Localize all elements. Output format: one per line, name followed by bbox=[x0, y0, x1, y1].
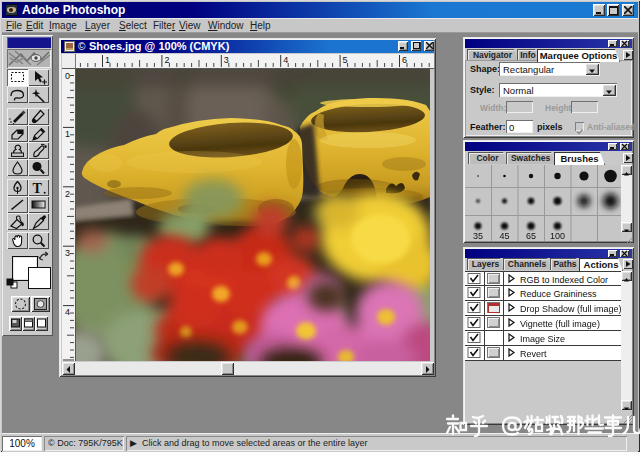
svg-text:3: 3 bbox=[65, 248, 70, 258]
svg-text:65: 65 bbox=[526, 231, 536, 241]
svg-text:6: 6 bbox=[402, 55, 407, 65]
svg-text:0: 0 bbox=[65, 71, 70, 81]
svg-text:2: 2 bbox=[164, 55, 169, 65]
svg-text:35: 35 bbox=[473, 231, 483, 241]
svg-text:2: 2 bbox=[65, 189, 70, 199]
svg-text:4: 4 bbox=[65, 307, 70, 317]
svg-text:5: 5 bbox=[343, 55, 348, 65]
svg-text:100: 100 bbox=[550, 231, 565, 241]
svg-text:T: T bbox=[33, 181, 43, 196]
svg-text:4: 4 bbox=[283, 55, 288, 65]
svg-text:1: 1 bbox=[65, 129, 70, 139]
svg-text:45: 45 bbox=[499, 231, 509, 241]
svg-text:3: 3 bbox=[224, 55, 229, 65]
svg-text:1: 1 bbox=[105, 55, 110, 65]
